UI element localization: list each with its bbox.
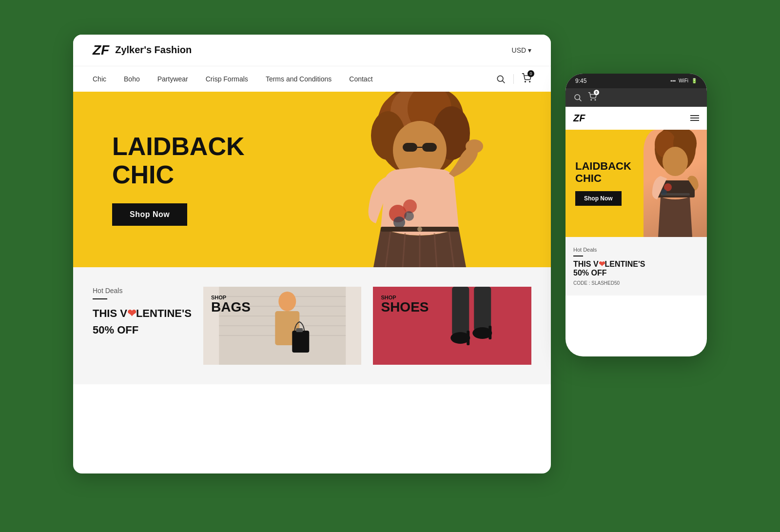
scene: ZF Zylker's Fashion USD ▾ Chic Boho Part…: [73, 35, 707, 498]
svg-point-44: [575, 95, 580, 100]
mobile-hot-deals-label: Hot Deals: [573, 247, 699, 253]
mobile-hero-line2: CHIC: [575, 173, 631, 184]
shoes-category: SHOES: [381, 300, 429, 314]
mobile-heart-icon: ❤: [599, 260, 605, 268]
cart-icon-wrapper[interactable]: 0: [522, 73, 531, 85]
nav-link-crisp[interactable]: Crisp Formals: [206, 75, 248, 83]
signal-icon: ▪▪▪: [670, 78, 676, 83]
desktop-header: ZF Zylker's Fashion USD ▾: [73, 35, 551, 66]
nav-link-boho[interactable]: Boho: [124, 75, 140, 83]
mobile-deals-title: THIS V❤LENTINE'S: [573, 259, 699, 269]
shop-now-button[interactable]: Shop Now: [112, 203, 187, 226]
svg-rect-13: [422, 143, 437, 152]
mobile-logo-icon: ZF: [573, 113, 585, 124]
svg-point-16: [403, 199, 417, 213]
svg-point-26: [417, 227, 422, 232]
hero-title-line2: CHIC: [112, 161, 245, 189]
svg-point-19: [466, 139, 483, 153]
svg-rect-35: [292, 331, 309, 353]
hero-image-area: [288, 92, 551, 267]
svg-rect-38: [452, 287, 469, 335]
hamburger-line-3: [690, 120, 699, 121]
hero-title: LAIDBACK CHIC: [112, 133, 245, 188]
desktop-nav: Chic Boho Partywear Crisp Formals Terms …: [73, 66, 551, 92]
mobile-hero-line1: LAIDBACK: [575, 160, 631, 172]
svg-rect-41: [467, 331, 470, 345]
nav-item-boho[interactable]: Boho: [124, 75, 140, 83]
hot-deals-discount: 50% OFF: [93, 324, 192, 336]
mobile-divider: [573, 256, 583, 256]
nav-link-contact[interactable]: Contact: [349, 75, 372, 83]
svg-point-3: [529, 81, 530, 82]
hot-deals-text: Hot Deals THIS V❤LENTINE'S 50% OFF: [93, 287, 192, 336]
svg-point-51: [663, 147, 688, 176]
svg-rect-39: [474, 287, 491, 331]
hero-title-line1: LAIDBACK: [112, 133, 245, 160]
svg-rect-12: [403, 143, 417, 152]
svg-rect-43: [489, 326, 492, 339]
shoes-card-label: SHOP SHOES: [381, 295, 429, 314]
svg-point-18: [404, 211, 414, 221]
mobile-hero-content: LAIDBACK CHIC Shop Now: [566, 153, 641, 213]
nav-link-partywear[interactable]: Partywear: [157, 75, 188, 83]
nav-icons: 0: [496, 73, 531, 85]
currency-label: USD ▾: [512, 46, 531, 54]
hero-content: LAIDBACK CHIC Shop Now: [73, 113, 284, 245]
product-card-shoes[interactable]: SHOP SHOES: [373, 287, 531, 365]
svg-point-47: [595, 99, 596, 100]
mobile-status-icons: ▪▪▪ WiFi 🔋: [670, 78, 697, 83]
nav-item-partywear[interactable]: Partywear: [157, 75, 188, 83]
hamburger-line-1: [690, 115, 699, 116]
mobile-mockup: 9:45 ▪▪▪ WiFi 🔋 0: [566, 74, 707, 356]
hero-banner: LAIDBACK CHIC Shop Now: [73, 92, 551, 267]
svg-point-46: [591, 99, 592, 100]
mobile-products-section: Hot Deals THIS V❤LENTINE'S 50% OFF CODE …: [566, 237, 707, 296]
hero-woman-svg: [342, 92, 498, 267]
desktop-mockup: ZF Zylker's Fashion USD ▾ Chic Boho Part…: [73, 35, 551, 473]
mobile-hero-title: LAIDBACK CHIC: [575, 160, 631, 184]
product-card-bags[interactable]: SHOP BAGS: [203, 287, 362, 365]
mobile-hero-image: [644, 130, 707, 237]
mobile-promo-code: CODE : SLASHED50: [573, 280, 699, 286]
currency-selector[interactable]: USD ▾: [512, 46, 531, 54]
wifi-icon: WiFi: [679, 78, 688, 83]
mobile-deals-discount: 50% OFF: [573, 269, 699, 277]
bags-category: BAGS: [211, 300, 251, 314]
nav-item-terms[interactable]: Terms and Conditions: [266, 75, 332, 83]
mobile-time: 9:45: [575, 78, 586, 84]
mobile-woman-svg: [644, 130, 707, 237]
mobile-cart-badge: 0: [594, 90, 599, 95]
heart-icon: ❤: [127, 307, 136, 319]
hamburger-line-2: [690, 118, 699, 118]
svg-point-33: [278, 292, 296, 311]
mobile-hamburger[interactable]: [690, 114, 699, 122]
search-icon[interactable]: [496, 74, 506, 84]
svg-line-45: [579, 99, 581, 101]
nav-item-crisp[interactable]: Crisp Formals: [206, 75, 248, 83]
svg-point-17: [393, 217, 405, 228]
nav-link-chic[interactable]: Chic: [93, 75, 106, 83]
nav-separator: [513, 74, 514, 84]
mobile-toolbar: 0: [566, 88, 707, 107]
mobile-hero: LAIDBACK CHIC Shop Now: [566, 130, 707, 237]
bags-card-label: SHOP BAGS: [211, 295, 251, 314]
mobile-search-icon[interactable]: [573, 93, 582, 102]
nav-links: Chic Boho Partywear Crisp Formals Terms …: [93, 75, 373, 83]
brand-name: Zylker's Fashion: [115, 44, 192, 56]
mobile-shop-now-button[interactable]: Shop Now: [575, 191, 622, 206]
svg-point-55: [661, 189, 667, 195]
nav-item-contact[interactable]: Contact: [349, 75, 372, 83]
nav-item-chic[interactable]: Chic: [93, 75, 106, 83]
svg-rect-36: [296, 328, 303, 332]
mobile-status-bar: 9:45 ▪▪▪ WiFi 🔋: [566, 74, 707, 88]
cart-badge: 0: [527, 70, 534, 77]
battery-icon: 🔋: [691, 78, 697, 83]
nav-link-terms[interactable]: Terms and Conditions: [266, 75, 332, 83]
svg-point-0: [497, 76, 503, 81]
header-right: USD ▾: [512, 46, 531, 54]
hot-deals-title: THIS V❤LENTINE'S: [93, 307, 192, 320]
mobile-cart-wrapper[interactable]: 0: [588, 92, 597, 103]
logo-area: ZF Zylker's Fashion: [93, 43, 192, 57]
svg-point-2: [525, 81, 526, 82]
mobile-header: ZF: [566, 107, 707, 130]
